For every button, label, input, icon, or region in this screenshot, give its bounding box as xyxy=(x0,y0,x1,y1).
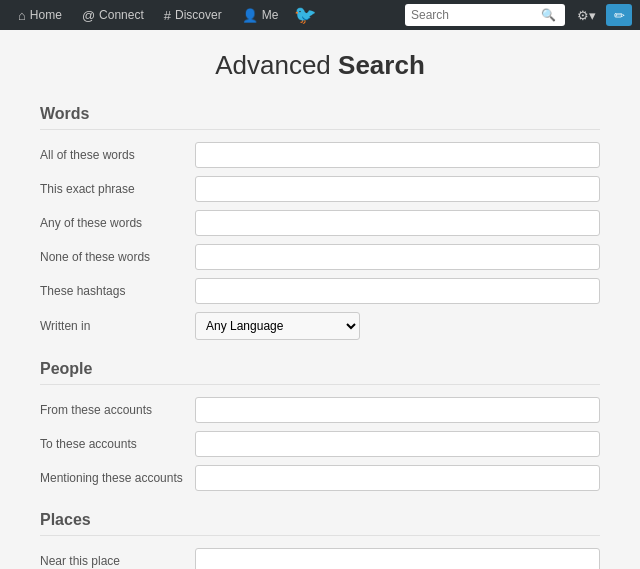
nav-connect-label: Connect xyxy=(99,8,144,22)
nav-discover[interactable]: # Discover xyxy=(154,0,232,30)
from-accounts-label: From these accounts xyxy=(40,403,195,417)
main-content: Advanced Search Words All of these words… xyxy=(20,30,620,569)
page-title-light: Advanced xyxy=(215,50,338,80)
all-words-row: All of these words xyxy=(40,142,600,168)
near-place-input[interactable] xyxy=(195,548,600,569)
written-in-label: Written in xyxy=(40,319,195,333)
all-words-label: All of these words xyxy=(40,148,195,162)
people-section: People From these accounts To these acco… xyxy=(40,360,600,491)
people-section-title: People xyxy=(40,360,600,385)
from-accounts-input[interactable] xyxy=(195,397,600,423)
any-words-label: Any of these words xyxy=(40,216,195,230)
from-accounts-row: From these accounts xyxy=(40,397,600,423)
exact-phrase-label: This exact phrase xyxy=(40,182,195,196)
hash-icon: # xyxy=(164,8,171,23)
near-place-label: Near this place xyxy=(40,554,195,568)
nav-connect[interactable]: @ Connect xyxy=(72,0,154,30)
exact-phrase-input[interactable] xyxy=(195,176,600,202)
topnav: ⌂ Home @ Connect # Discover 👤 Me 🐦 🔍 ⚙▾ … xyxy=(0,0,640,30)
near-place-row: Near this place xyxy=(40,548,600,569)
language-select[interactable]: Any Language English Spanish French Germ… xyxy=(195,312,360,340)
search-icon: 🔍 xyxy=(541,8,556,22)
to-accounts-row: To these accounts xyxy=(40,431,600,457)
mentioning-accounts-label: Mentioning these accounts xyxy=(40,471,195,485)
twitter-bird-icon: 🐦 xyxy=(288,4,322,26)
none-words-row: None of these words xyxy=(40,244,600,270)
to-accounts-label: To these accounts xyxy=(40,437,195,451)
person-icon: 👤 xyxy=(242,8,258,23)
hashtags-label: These hashtags xyxy=(40,284,195,298)
nav-search-input[interactable] xyxy=(411,8,541,22)
places-section: Places Near this place xyxy=(40,511,600,569)
nav-home-label: Home xyxy=(30,8,62,22)
gear-icon: ⚙ xyxy=(577,8,589,23)
nav-search-bar[interactable]: 🔍 xyxy=(405,4,565,26)
mentioning-accounts-row: Mentioning these accounts xyxy=(40,465,600,491)
at-icon: @ xyxy=(82,8,95,23)
home-icon: ⌂ xyxy=(18,8,26,23)
words-section-title: Words xyxy=(40,105,600,130)
mentioning-accounts-input[interactable] xyxy=(195,465,600,491)
nav-me-label: Me xyxy=(262,8,279,22)
settings-button[interactable]: ⚙▾ xyxy=(571,0,602,30)
nav-me[interactable]: 👤 Me xyxy=(232,0,289,30)
exact-phrase-row: This exact phrase xyxy=(40,176,600,202)
all-words-input[interactable] xyxy=(195,142,600,168)
compose-button[interactable]: ✏ xyxy=(606,4,632,26)
hashtags-row: These hashtags xyxy=(40,278,600,304)
any-words-row: Any of these words xyxy=(40,210,600,236)
none-words-input[interactable] xyxy=(195,244,600,270)
nav-home[interactable]: ⌂ Home xyxy=(8,0,72,30)
none-words-label: None of these words xyxy=(40,250,195,264)
any-words-input[interactable] xyxy=(195,210,600,236)
places-section-title: Places xyxy=(40,511,600,536)
page-title: Advanced Search xyxy=(40,50,600,81)
nav-discover-label: Discover xyxy=(175,8,222,22)
words-section: Words All of these words This exact phra… xyxy=(40,105,600,340)
written-in-row: Written in Any Language English Spanish … xyxy=(40,312,600,340)
hashtags-input[interactable] xyxy=(195,278,600,304)
compose-icon: ✏ xyxy=(614,8,625,23)
to-accounts-input[interactable] xyxy=(195,431,600,457)
page-title-bold: Search xyxy=(338,50,425,80)
